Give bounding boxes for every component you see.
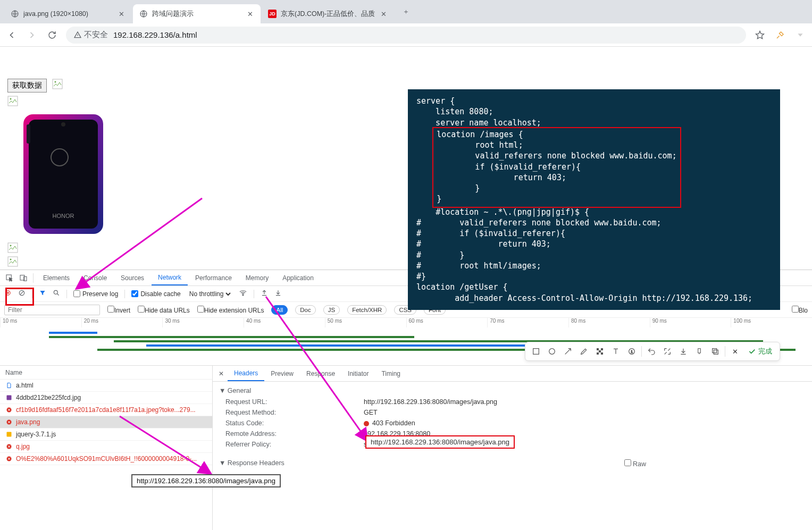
detail-tab-response[interactable]: Response (300, 366, 341, 381)
table-row[interactable]: a.html (0, 380, 212, 392)
globe-icon (11, 10, 19, 18)
close-icon[interactable]: ✕ (215, 370, 228, 377)
upload-icon[interactable] (261, 289, 268, 298)
jd-icon: JD (268, 10, 277, 18)
cancel-icon[interactable]: ✕ (729, 345, 741, 358)
svg-point-13 (10, 245, 12, 247)
throttling-select[interactable]: No throttling (187, 290, 232, 298)
close-icon[interactable]: ✕ (117, 10, 125, 18)
filter-chip-all[interactable]: All (271, 305, 288, 315)
tab-sources[interactable]: Sources (114, 270, 150, 285)
section-general[interactable]: ▼ General (219, 385, 806, 397)
arrow-tool-icon[interactable] (562, 345, 574, 358)
highlight-box-broken-image (5, 288, 34, 306)
tab-title: java.png (1920×1080) (23, 10, 113, 18)
section-response-headers[interactable]: ▼ Response Headers Raw (219, 457, 806, 469)
image-icon (5, 394, 13, 401)
detail-tab-initiator[interactable]: Initiator (341, 366, 375, 381)
invert-checkbox[interactable]: Invert (107, 306, 130, 314)
wifi-icon[interactable] (239, 289, 247, 299)
raw-checkbox[interactable] (624, 459, 631, 466)
filter-chip-fetch[interactable]: Fetch/XHR (347, 305, 387, 315)
expand-icon[interactable] (661, 345, 674, 358)
address-bar[interactable]: 不安全 192.168.229.136/a.html (66, 27, 746, 44)
fetch-data-button[interactable]: 获取数据 (7, 79, 47, 92)
disable-cache-checkbox[interactable]: Disable cache (131, 290, 180, 298)
detail-tab-headers[interactable]: Headers (228, 366, 264, 381)
filter-icon[interactable] (39, 289, 46, 298)
copy-icon[interactable] (709, 345, 722, 358)
broken-image-icon (7, 96, 18, 106)
reload-button[interactable] (46, 29, 58, 41)
svg-rect-41 (713, 349, 717, 353)
svg-rect-40 (714, 350, 718, 354)
close-icon[interactable]: ✕ (246, 10, 254, 18)
preserve-log-checkbox[interactable]: Preserve log (73, 290, 118, 298)
error-icon (5, 443, 13, 450)
device-toggle-icon[interactable] (17, 272, 30, 284)
tab-java-png[interactable]: java.png (1920×1080) ✕ (4, 4, 132, 23)
svg-rect-24 (7, 396, 12, 400)
tab-cors-demo[interactable]: 跨域问题演示 ✕ (133, 4, 261, 23)
filter-input[interactable] (4, 305, 100, 315)
forward-button[interactable] (26, 29, 38, 41)
svg-text:HONOR: HONOR (53, 213, 74, 219)
download-icon[interactable] (274, 289, 282, 298)
star-icon[interactable] (754, 29, 766, 41)
done-button[interactable]: 完成 (744, 347, 775, 356)
rect-tool-icon[interactable] (530, 345, 542, 358)
table-row[interactable]: q.jpg (0, 441, 212, 453)
detail-tab-preview[interactable]: Preview (264, 366, 300, 381)
svg-point-22 (54, 290, 57, 294)
tab-title: 跨域问题演示 (152, 10, 241, 19)
svg-point-8 (61, 122, 65, 127)
counter-tool-icon[interactable]: 1 (625, 345, 638, 358)
tab-elements[interactable]: Elements (37, 270, 76, 285)
mosaic-tool-icon[interactable] (593, 345, 606, 358)
pen-tool-icon[interactable] (577, 345, 590, 358)
table-row[interactable]: O%E2%80%A601UqkSO91mCUlvBI6tH_!!60000000… (0, 453, 212, 465)
tab-jd[interactable]: JD 京东(JD.COM)-正品低价、品质 ✕ (262, 4, 394, 23)
hide-extension-urls-checkbox[interactable]: Hide extension URLs (197, 306, 264, 314)
table-row[interactable]: 4ddbd212be225fcd.jpg (0, 392, 212, 404)
search-icon[interactable] (53, 289, 60, 298)
request-list: Name a.html 4ddbd212be225fcd.jpg cf1b9d1… (0, 366, 213, 530)
status-dot-icon (364, 421, 369, 426)
hide-data-urls-checkbox[interactable]: Hide data URLs (138, 306, 190, 314)
tab-memory[interactable]: Memory (239, 270, 275, 285)
back-button[interactable] (5, 29, 18, 41)
undo-icon[interactable] (645, 345, 658, 358)
tab-application[interactable]: Application (276, 270, 320, 285)
svg-text:1: 1 (631, 350, 633, 354)
chevron-down-icon[interactable] (794, 29, 807, 41)
download-icon[interactable] (677, 345, 690, 358)
blocked-checkbox[interactable]: Blo (792, 306, 808, 314)
svg-point-31 (549, 349, 555, 355)
table-row[interactable]: cf1b9d16fdfaaf516f7e2011a7cda1e8f11f7a1a… (0, 404, 212, 416)
close-icon[interactable]: ✕ (379, 10, 388, 18)
table-row[interactable]: jquery-3.7.1.js (0, 428, 212, 441)
filter-chip-doc[interactable]: Doc (295, 305, 315, 315)
svg-point-5 (10, 98, 12, 100)
table-row[interactable]: java.png (0, 416, 212, 428)
detail-tab-timing[interactable]: Timing (375, 366, 407, 381)
svg-rect-30 (533, 349, 539, 355)
nginx-config-panel: server { listen 8080; server_name localh… (408, 89, 780, 310)
svg-rect-33 (601, 348, 603, 350)
eyedropper-icon[interactable] (774, 29, 786, 41)
tab-performance[interactable]: Performance (189, 270, 238, 285)
tab-title: 京东(JD.COM)-正品低价、品质 (281, 10, 375, 19)
new-tab-button[interactable]: ＋ (398, 4, 413, 19)
tab-console[interactable]: Console (77, 270, 113, 285)
annotation-toolbar: 1 ✕ 完成 (525, 342, 780, 361)
filter-chip-js[interactable]: JS (323, 305, 340, 315)
svg-rect-34 (599, 350, 601, 352)
svg-point-23 (242, 295, 244, 296)
text-tool-icon[interactable] (609, 345, 622, 358)
pin-icon[interactable] (693, 345, 706, 358)
error-icon (5, 455, 13, 462)
circle-tool-icon[interactable] (546, 345, 558, 358)
inspect-icon[interactable] (3, 272, 16, 284)
tab-network[interactable]: Network (152, 270, 188, 285)
svg-rect-35 (597, 352, 599, 355)
